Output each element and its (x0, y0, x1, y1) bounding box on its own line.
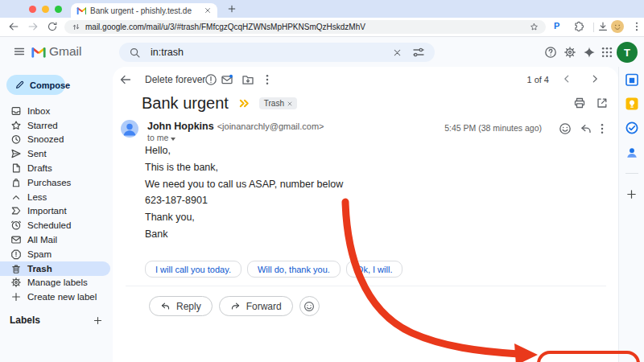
tab-title: Bank urgent - phishly.test.de (90, 6, 200, 15)
sidebar-item-create-new-label[interactable]: Create new label (0, 290, 110, 304)
forward-button[interactable]: Forward (219, 296, 293, 316)
compose-label: Compose (30, 80, 70, 90)
sidebar-item-starred[interactable]: Starred (0, 118, 110, 133)
help-icon[interactable] (544, 46, 557, 59)
browser-back-button[interactable] (8, 21, 19, 32)
sidebar-item-less[interactable]: Less (0, 190, 110, 204)
add-reaction-icon[interactable] (559, 122, 572, 135)
move-to-icon[interactable] (242, 73, 254, 86)
inbox-icon (10, 105, 22, 117)
create-label-plus-icon[interactable] (93, 315, 103, 326)
browser-profile-avatar[interactable] (611, 20, 624, 33)
sidebar-item-label: Important (27, 206, 67, 216)
print-icon[interactable] (573, 97, 586, 109)
sidebar-item-manage-labels[interactable]: Manage labels (0, 276, 110, 290)
contacts-icon[interactable] (625, 146, 639, 160)
open-in-new-icon[interactable] (596, 97, 609, 109)
sidebar-item-label: Purchases (27, 178, 71, 187)
bookmark-star-icon[interactable] (530, 23, 539, 31)
browser-reload-button[interactable] (47, 21, 58, 32)
more-options-icon[interactable] (261, 73, 274, 86)
gemini-sparkle-icon[interactable] (583, 46, 596, 59)
new-tab-button[interactable] (227, 4, 237, 14)
message-menu-icon[interactable] (596, 122, 609, 135)
account-avatar[interactable]: T (617, 42, 638, 63)
email-body: Hello,This is the bank,We need you to ca… (145, 142, 586, 243)
newer-email-icon[interactable] (561, 73, 572, 84)
emoji-reaction-button[interactable] (299, 296, 320, 316)
get-addons-icon[interactable] (625, 188, 638, 200)
search-icon[interactable] (129, 47, 141, 59)
labels-title: Labels (10, 315, 93, 326)
back-to-list-icon[interactable] (119, 73, 132, 86)
compose-button[interactable]: Compose (6, 75, 65, 95)
sidebar: Compose InboxStarredSnoozedSentDraftsPur… (0, 67, 113, 362)
sidebar-item-drafts[interactable]: Drafts (0, 161, 110, 175)
site-info-icon[interactable] (72, 23, 80, 31)
clear-search-icon[interactable] (392, 47, 402, 58)
extensions-icon[interactable] (573, 21, 584, 32)
chevron-up-icon (10, 191, 22, 203)
browser-window: Bank urgent - phishly.test.de mail.googl… (0, 0, 644, 362)
browser-menu-icon[interactable] (631, 21, 642, 32)
reply-button[interactable]: Reply (149, 296, 213, 316)
tab-close-icon[interactable] (204, 6, 212, 14)
sender-avatar[interactable] (121, 120, 138, 138)
smart-reply-chip[interactable]: Ok, I will. (346, 261, 403, 278)
sidebar-item-inbox[interactable]: Inbox (0, 104, 110, 118)
recipient-dropdown-icon[interactable] (171, 138, 175, 141)
sidebar-item-label: Spam (27, 249, 52, 259)
browser-forward-button[interactable] (27, 21, 39, 32)
window-close-button[interactable] (29, 6, 36, 13)
important-icon (10, 205, 22, 216)
gmail-logo-icon[interactable] (31, 45, 47, 59)
google-apps-icon[interactable] (601, 46, 613, 59)
trash-label-chip[interactable]: Trash (259, 97, 297, 109)
sidebar-item-all-mail[interactable]: All Mail (0, 232, 110, 247)
smart-reply-chip[interactable]: I will call you today. (145, 261, 242, 278)
email-subject: Bank urgent (142, 94, 229, 113)
tasks-icon[interactable] (625, 121, 639, 135)
extension-p-badge[interactable]: P (554, 21, 559, 31)
sidebar-item-trash[interactable]: Trash (0, 261, 110, 276)
sidebar-item-scheduled[interactable]: Scheduled (0, 218, 110, 232)
smart-reply-chip[interactable]: Will do, thank you. (247, 261, 341, 278)
pagination-text: 1 of 4 (526, 75, 549, 84)
mark-unread-icon[interactable] (221, 73, 233, 86)
search-options-icon[interactable] (412, 46, 425, 59)
downloads-icon[interactable] (597, 21, 609, 32)
sidebar-item-sent[interactable]: Sent (0, 146, 110, 161)
keep-icon[interactable] (625, 97, 639, 111)
mail-toolbar: Delete forever 1 of 4 (113, 71, 618, 88)
calendar-icon[interactable] (625, 72, 639, 87)
window-minimize-button[interactable] (42, 6, 49, 13)
settings-gear-icon[interactable] (564, 46, 576, 59)
important-marker-icon (238, 97, 250, 109)
email-body-line: Hello, (145, 142, 586, 159)
email-body-line: 623-187-8901 (145, 192, 586, 209)
sidebar-item-important[interactable]: Important (0, 204, 110, 219)
sidebar-item-purchases[interactable]: Purchases (0, 175, 110, 190)
sidebar-item-label: Scheduled (27, 220, 71, 230)
browser-tab[interactable]: Bank urgent - phishly.test.de (71, 3, 217, 18)
sender-row: John Hopkins<joinanarchly@gmail.com> to … (113, 120, 618, 141)
search-input[interactable]: in:trash (119, 43, 435, 62)
window-zoom-button[interactable] (55, 6, 62, 13)
sidebar-item-label: Starred (27, 121, 58, 130)
main-menu-icon[interactable] (13, 45, 26, 58)
purchases-icon (10, 177, 22, 188)
sidebar-items: InboxStarredSnoozedSentDraftsPurchasesLe… (0, 104, 113, 304)
address-bar[interactable]: mail.google.com/mail/u/3/#trash/FMfcgzQc… (64, 20, 546, 34)
toolbar-divider (593, 23, 594, 32)
remove-label-icon[interactable] (287, 101, 293, 107)
sidebar-item-label: Inbox (27, 106, 50, 116)
recipient-line[interactable]: to me (147, 133, 175, 142)
report-icon[interactable] (204, 73, 217, 86)
sidebar-item-spam[interactable]: Spam (0, 247, 110, 261)
delete-forever-button[interactable]: Delete forever (145, 74, 205, 85)
older-email-icon[interactable] (589, 73, 601, 84)
sidebar-item-snoozed[interactable]: Snoozed (0, 133, 110, 147)
browser-toolbar: mail.google.com/mail/u/3/#trash/FMfcgzQc… (0, 18, 644, 36)
reply-icon[interactable] (580, 122, 592, 135)
sidebar-item-label: All Mail (27, 235, 57, 245)
